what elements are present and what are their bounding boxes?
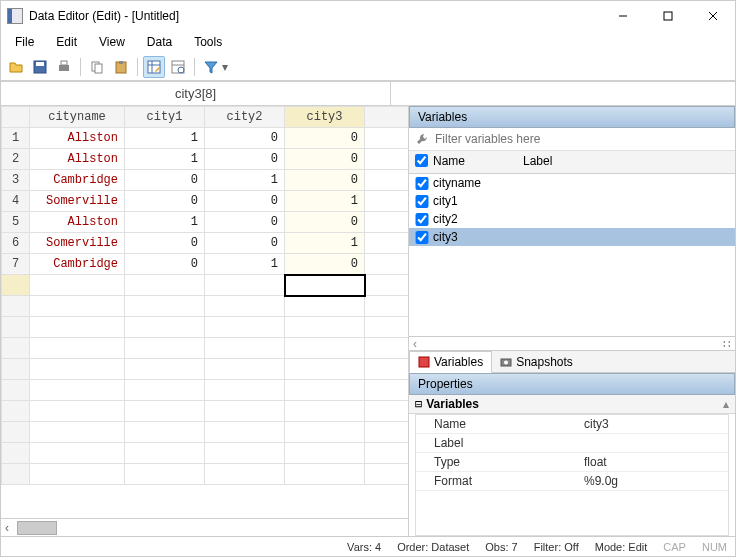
svg-rect-12 — [148, 61, 160, 73]
cell[interactable]: 0 — [205, 212, 285, 233]
variable-row[interactable]: city2 — [409, 210, 735, 228]
column-header[interactable]: city2 — [205, 107, 285, 128]
property-value — [584, 436, 728, 450]
maximize-button[interactable] — [645, 2, 690, 31]
cell[interactable]: Allston — [30, 149, 125, 170]
variable-checkbox[interactable] — [415, 213, 429, 226]
cell[interactable]: 0 — [285, 212, 365, 233]
cell[interactable]: Cambridge — [30, 254, 125, 275]
data-grid-pane: cityname city1 city2 city3 1 Allston 1 0… — [1, 106, 409, 536]
property-row[interactable]: Namecity3 — [416, 415, 728, 434]
close-button[interactable] — [690, 2, 735, 31]
cell[interactable]: Somerville — [30, 233, 125, 254]
cell[interactable]: 1 — [125, 128, 205, 149]
row-number[interactable]: 6 — [2, 233, 30, 254]
status-cap: CAP — [663, 541, 686, 553]
cell[interactable]: 0 — [285, 170, 365, 191]
paste-icon[interactable] — [110, 56, 132, 78]
open-icon[interactable] — [5, 56, 27, 78]
cell[interactable]: 1 — [125, 212, 205, 233]
cell[interactable]: 0 — [285, 128, 365, 149]
variable-checkbox[interactable] — [415, 231, 429, 244]
cell[interactable]: 0 — [205, 128, 285, 149]
variable-checkbox[interactable] — [415, 195, 429, 208]
data-browse-icon[interactable] — [167, 56, 189, 78]
cell[interactable]: 0 — [205, 233, 285, 254]
row-number[interactable]: 1 — [2, 128, 30, 149]
minimize-button[interactable] — [600, 2, 645, 31]
cell[interactable]: Somerville — [30, 191, 125, 212]
column-name-header[interactable]: Name — [433, 154, 523, 170]
row-number[interactable]: 3 — [2, 170, 30, 191]
select-all-checkbox[interactable] — [415, 154, 428, 167]
row-number[interactable]: 7 — [2, 254, 30, 275]
column-header[interactable]: cityname — [30, 107, 125, 128]
right-tabs: Variables Snapshots — [409, 350, 735, 373]
filter-icon[interactable] — [200, 56, 222, 78]
menu-tools[interactable]: Tools — [184, 33, 232, 51]
wrench-icon[interactable] — [415, 132, 429, 146]
variable-checkbox[interactable] — [415, 177, 429, 190]
tab-snapshots[interactable]: Snapshots — [492, 351, 581, 372]
property-row[interactable]: Format%9.0g — [416, 472, 728, 491]
cell[interactable]: 1 — [205, 170, 285, 191]
titlebar: Data Editor (Edit) - [Untitled] — [1, 1, 735, 31]
property-name: Name — [434, 417, 584, 431]
cell-reference: city3[8] — [1, 82, 391, 106]
property-name: Label — [434, 436, 584, 450]
tab-variables[interactable]: Variables — [409, 351, 492, 373]
cell[interactable]: 1 — [125, 149, 205, 170]
cell[interactable]: 0 — [285, 149, 365, 170]
menu-data[interactable]: Data — [137, 33, 182, 51]
data-grid[interactable]: cityname city1 city2 city3 1 Allston 1 0… — [1, 106, 408, 485]
cell[interactable]: 0 — [125, 170, 205, 191]
filter-dropdown-icon[interactable]: ▾ — [222, 60, 228, 74]
svg-rect-9 — [95, 64, 102, 73]
status-mode: Mode: Edit — [595, 541, 648, 553]
column-header[interactable]: city3 — [285, 107, 365, 128]
cell[interactable]: 0 — [125, 233, 205, 254]
column-label-header[interactable]: Label — [523, 154, 552, 170]
cell[interactable]: Allston — [30, 212, 125, 233]
cell[interactable]: 1 — [285, 191, 365, 212]
svg-rect-5 — [36, 62, 44, 66]
property-row[interactable]: Typefloat — [416, 453, 728, 472]
horizontal-scrollbar[interactable]: ‹ — [1, 518, 408, 536]
svg-point-20 — [504, 360, 508, 364]
cell[interactable]: 0 — [125, 191, 205, 212]
property-value: float — [584, 455, 728, 469]
active-cell[interactable] — [285, 275, 365, 296]
save-icon[interactable] — [29, 56, 51, 78]
row-number[interactable]: 5 — [2, 212, 30, 233]
row-number[interactable]: 4 — [2, 191, 30, 212]
tab-variables-label: Variables — [434, 355, 483, 369]
cell[interactable]: 0 — [205, 149, 285, 170]
cell[interactable]: 0 — [125, 254, 205, 275]
properties-group-toggle[interactable]: ⊟ Variables ▴ — [409, 395, 735, 414]
cell[interactable]: 0 — [205, 191, 285, 212]
cell[interactable]: 1 — [285, 233, 365, 254]
property-row[interactable]: Label — [416, 434, 728, 453]
menu-view[interactable]: View — [89, 33, 135, 51]
menu-file[interactable]: File — [5, 33, 44, 51]
variable-row[interactable]: city1 — [409, 192, 735, 210]
cell[interactable]: Cambridge — [30, 170, 125, 191]
cell[interactable]: 1 — [205, 254, 285, 275]
menu-edit[interactable]: Edit — [46, 33, 87, 51]
cell[interactable]: Allston — [30, 128, 125, 149]
print-icon[interactable] — [53, 56, 75, 78]
data-edit-icon[interactable] — [143, 56, 165, 78]
row-number[interactable]: 2 — [2, 149, 30, 170]
variable-name: city2 — [433, 212, 458, 226]
cell-value[interactable] — [391, 82, 735, 106]
variable-row[interactable]: cityname — [409, 174, 735, 192]
variables-filter-input[interactable] — [435, 132, 729, 146]
column-header[interactable]: city1 — [125, 107, 205, 128]
svg-rect-7 — [61, 61, 67, 65]
svg-rect-6 — [59, 65, 69, 71]
menubar: File Edit View Data Tools — [1, 31, 735, 53]
cell[interactable]: 0 — [285, 254, 365, 275]
copy-icon[interactable] — [86, 56, 108, 78]
variable-row[interactable]: city3 — [409, 228, 735, 246]
panel-splitter[interactable]: ‹∷ — [409, 336, 735, 350]
